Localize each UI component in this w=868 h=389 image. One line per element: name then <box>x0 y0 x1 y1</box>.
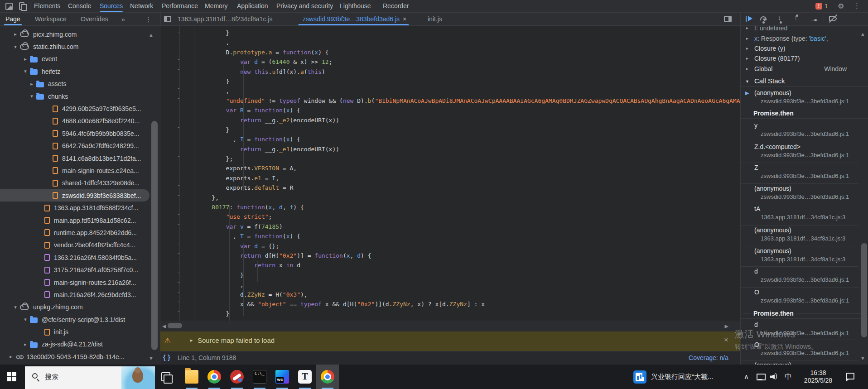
close-tab-icon[interactable]: × <box>403 15 406 23</box>
more-options-icon[interactable]: ⋮ <box>854 2 860 10</box>
tree-item[interactable]: 3175.216a26f4.af05258f7c0... <box>0 264 160 276</box>
tree-item[interactable]: 1363.app.3181df6588f234cf... <box>0 202 160 214</box>
gutter-line-marker[interactable]: - <box>160 200 194 210</box>
tree-item[interactable]: main-signin-routes.216a26f... <box>0 276 160 288</box>
coverage-link[interactable]: Coverage: n/a <box>689 354 728 361</box>
step-icon[interactable]: → <box>808 14 818 24</box>
task-view-icon[interactable] <box>161 372 170 381</box>
tab-sources[interactable]: Sources <box>100 0 123 12</box>
hidden-icons-chevron[interactable]: ∧ <box>744 365 749 389</box>
gutter-line-marker[interactable]: - <box>160 171 194 181</box>
scroll-up-icon[interactable]: ▲ <box>860 31 865 37</box>
stack-frame[interactable]: tA1363.app.3181df…34cf8a1c.js:3 <box>741 204 858 221</box>
gutter-line-marker[interactable]: - <box>160 161 194 171</box>
error-count[interactable]: 1 <box>825 3 828 10</box>
stack-frame[interactable]: (anonymous)1363.app.3181df…34cf8a1c.js:3 <box>741 225 858 242</box>
pretty-print-icon[interactable]: { } <box>163 354 171 361</box>
taskbar-app-webstorm[interactable]: WS <box>271 365 294 389</box>
network-icon[interactable] <box>757 365 765 389</box>
tab-elements[interactable]: Elements <box>34 0 60 12</box>
tree-item[interactable]: ▸assets <box>0 78 160 90</box>
stack-frame[interactable]: ▶(anonymous)zswsdid.993bf3e…3befd3ad6.js… <box>741 88 858 105</box>
gutter-line-marker[interactable]: - <box>160 258 194 268</box>
tree-item[interactable]: vendor.2be0f44f82bcffc4c4... <box>0 239 160 251</box>
gutter-line-marker[interactable]: - <box>160 210 194 219</box>
gutter-line-marker[interactable]: - <box>160 55 194 64</box>
taskbar-app-cmd[interactable]: C:\_ <box>248 365 271 389</box>
gutter-line-marker[interactable]: - <box>160 249 194 258</box>
navigator-scrollbar[interactable] <box>151 121 158 350</box>
tab-recorder[interactable]: Recorder <box>383 0 409 12</box>
settings-gear-icon[interactable]: ⚙ <box>838 2 844 10</box>
stack-frame[interactable]: Zzswsdid.993bf3e…3befd3ad6.js:1 <box>741 163 858 180</box>
volume-icon[interactable] <box>770 365 779 389</box>
gutter-line-marker[interactable]: - <box>160 123 194 132</box>
tree-item[interactable]: ▸picx.zhimg.com <box>0 28 160 40</box>
scroll-up-icon[interactable]: ▲ <box>149 32 154 38</box>
tree-item[interactable]: 1363.216a26f4.58034f0b5a... <box>0 251 160 264</box>
call-stack-header[interactable]: ▼Call Stack <box>741 75 868 87</box>
editor-gutter[interactable]: ------------------------------- <box>160 26 194 321</box>
resume-script-icon[interactable] <box>745 14 755 24</box>
editor-tab[interactable]: 1363.app.3181df…8f234cf8a1c.js <box>178 13 272 25</box>
tab-privacy-and-security[interactable]: Privacy and security <box>276 0 333 12</box>
gutter-line-marker[interactable]: - <box>160 26 194 35</box>
tree-item[interactable]: 8141.c6a8db13be171d2fa... <box>0 152 160 164</box>
tree-item[interactable]: 5946.4fc6fb99b9bb0835e... <box>0 127 160 139</box>
expand-arrow-icon[interactable]: ▾ <box>27 93 36 99</box>
tree-item[interactable]: ▾static.zhihu.com <box>0 40 160 53</box>
source-editor[interactable]: ------------------------------- } , D.pr… <box>160 26 740 365</box>
gutter-line-marker[interactable]: - <box>160 220 194 229</box>
search-highlight-image[interactable] <box>121 366 155 389</box>
horizontal-scrollbar-thumb[interactable] <box>168 323 182 328</box>
taskbar-app-chrome[interactable] <box>203 365 226 389</box>
gutter-line-marker[interactable]: - <box>160 142 194 152</box>
gutter-line-marker[interactable]: - <box>160 152 194 161</box>
gutter-line-marker[interactable]: - <box>160 94 194 103</box>
tree-item[interactable]: ▸za-js-sdk@4.21.2/dist <box>0 338 160 351</box>
gutter-line-marker[interactable]: - <box>160 239 194 249</box>
taskbar-app-explorer[interactable] <box>180 365 203 389</box>
tree-item[interactable]: ▾chunks <box>0 90 160 102</box>
stack-frame[interactable]: dzswsdid.993bf3e…3befd3ad6.js:1 <box>741 266 858 283</box>
gutter-line-marker[interactable]: - <box>160 103 194 113</box>
stack-frame[interactable]: (anonymous)zswsdid.993bf3e…3befd3ad6.js:… <box>741 183 858 201</box>
stack-frame[interactable]: Z.d.<computed>zswsdid.993bf3e…3befd3ad6.… <box>741 142 858 159</box>
tree-item[interactable]: zswsdid.993bf3e63383bef... <box>0 189 149 202</box>
expand-arrow-icon[interactable]: ▾ <box>21 317 30 322</box>
expand-arrow-icon[interactable]: ▸ <box>6 354 15 360</box>
expand-warning-icon[interactable]: ▸ <box>190 337 193 343</box>
inspect-element-icon[interactable] <box>5 3 13 10</box>
tree-item[interactable]: ▾heifetz <box>0 65 160 77</box>
gutter-line-marker[interactable]: - <box>160 278 194 287</box>
ime-indicator[interactable]: 中 <box>785 365 792 389</box>
gutter-line-marker[interactable]: - <box>160 288 194 297</box>
scope-closure[interactable]: ▸Closure (80177) <box>741 53 859 63</box>
gutter-line-marker[interactable]: - <box>160 229 194 239</box>
gutter-line-marker[interactable]: - <box>160 132 194 142</box>
tree-item[interactable]: ▾unpkg.zhimg.com <box>0 301 160 313</box>
stack-frame[interactable]: yzswsdid.993bf3e…3befd3ad6.js:1 <box>741 121 858 138</box>
tab-memory[interactable]: Memory <box>205 0 228 12</box>
gutter-line-marker[interactable]: - <box>160 191 194 200</box>
scope-variable[interactable]: ▸x: Response {type: 'basic', <box>741 34 859 43</box>
stack-frame[interactable]: (anonymous) <box>741 360 858 365</box>
toggle-debugger-sidebar-icon[interactable] <box>724 16 732 22</box>
gutter-line-marker[interactable]: - <box>160 35 194 45</box>
scope-global[interactable]: ▸GlobalWindow <box>741 64 859 74</box>
navigator-tab-page[interactable]: Page <box>5 13 20 25</box>
code-content[interactable]: } , D.prototype.a = function(x) { var d … <box>194 26 740 321</box>
tree-item[interactable]: main.216a26f4.26c9bdefd3... <box>0 288 160 301</box>
gutter-line-marker[interactable]: - <box>160 268 194 278</box>
gutter-line-marker[interactable]: - <box>160 297 194 307</box>
expand-arrow-icon[interactable]: ▸ <box>21 341 30 347</box>
navigator-tab-workspace[interactable]: Workspace <box>35 13 67 25</box>
tree-item[interactable]: shared-1dffcf43329e08de... <box>0 177 160 189</box>
gutter-line-marker[interactable]: - <box>160 65 194 74</box>
tree-item[interactable]: ▸event <box>0 53 160 65</box>
scroll-right-icon[interactable]: ▶ <box>725 323 728 329</box>
scroll-down-icon[interactable]: ▼ <box>149 355 154 361</box>
stack-frame[interactable]: (anonymous)1363.app.3181df…34cf8a1c.js:3 <box>741 246 858 263</box>
start-button[interactable] <box>7 372 16 381</box>
error-badge-icon[interactable]: ! <box>815 3 822 10</box>
